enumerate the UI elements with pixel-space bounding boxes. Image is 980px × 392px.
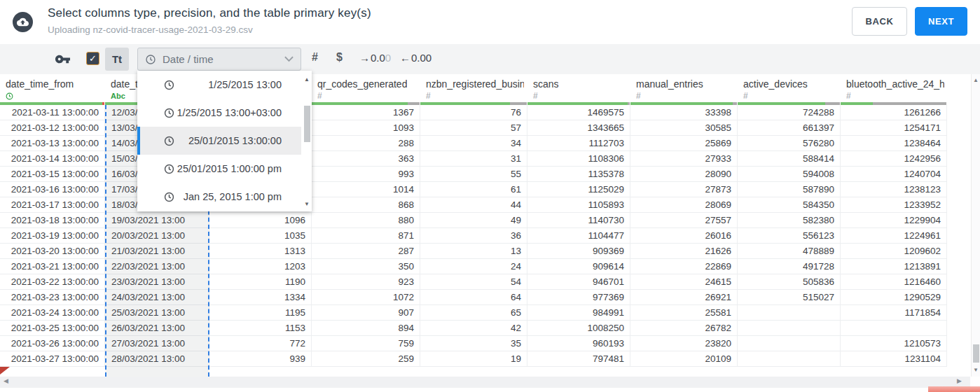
key-icon xyxy=(55,51,71,67)
cell: 26782 xyxy=(630,321,738,335)
cell: 2021-03-18 13:00:00 xyxy=(0,213,105,227)
cell: 2021-03-26 13:00:00 xyxy=(0,336,105,351)
dropdown-option-label: 1/25/2015 13:00 xyxy=(208,79,282,90)
cell: 27/03/2021 13:00 xyxy=(105,336,209,351)
dropdown-scroll-down-icon[interactable]: ▼ xyxy=(304,201,310,207)
cell: 1231104 xyxy=(841,351,947,366)
column-name: nzbn_registered_busine xyxy=(426,78,524,90)
cell: 1108306 xyxy=(527,151,630,166)
cell: 76 xyxy=(420,105,527,120)
text-type-button[interactable]: Tt xyxy=(105,48,129,71)
cell: 27873 xyxy=(630,182,738,197)
cell: 30585 xyxy=(630,120,738,135)
cell: 2021-03-20 13:00:00 xyxy=(0,244,105,258)
hash-type-icon: # xyxy=(743,91,748,101)
cell: 2021-03-15 13:00:00 xyxy=(0,167,105,181)
column-header-manual_entries[interactable]: manual_entries# xyxy=(630,74,738,102)
dropdown-scroll-up-icon[interactable]: ▲ xyxy=(304,76,310,83)
datetime-format-dropdown-panel: 1/25/2015 13:001/25/2015 13:00+03:0025/0… xyxy=(137,71,312,211)
column-name: qr_codes_generated xyxy=(317,78,407,90)
header-bar: Select columns type, precision, and the … xyxy=(0,0,980,44)
hash-type-icon: # xyxy=(636,91,641,101)
cell: 584350 xyxy=(738,197,841,212)
cell: 57 xyxy=(420,120,527,135)
abc-type-icon: Abc xyxy=(111,92,125,100)
dropdown-option[interactable]: 1/25/2015 13:00 xyxy=(137,71,301,99)
cell: 977369 xyxy=(527,290,630,304)
cell: 20109 xyxy=(630,351,738,366)
cell: 34 xyxy=(420,136,527,150)
vertical-scrollbar-thumb[interactable] xyxy=(973,344,979,363)
table-row: 2021-03-22 13:00:0023/03/2021 13:0011909… xyxy=(0,274,947,290)
cell: 2021-03-14 13:00:00 xyxy=(0,151,105,166)
cell: 582380 xyxy=(738,213,841,227)
cell: 1367 xyxy=(312,105,420,120)
remove-decimal-button[interactable]: ←0.00 xyxy=(400,52,432,64)
clock-icon xyxy=(145,54,156,65)
column-header-nzbn_registered_busine[interactable]: nzbn_registered_busine# xyxy=(420,74,527,102)
cell: 26921 xyxy=(630,290,738,304)
horizontal-scrollbar[interactable]: ◀ ▶ xyxy=(0,377,970,388)
cell: 287 xyxy=(312,244,420,258)
cell: 350 xyxy=(312,259,420,274)
add-decimal-button[interactable]: →0.00 xyxy=(359,52,391,64)
cell: 65 xyxy=(420,305,527,320)
cell: 1313 xyxy=(209,244,312,258)
primary-key-button[interactable] xyxy=(55,51,71,70)
boolean-type-checkbox[interactable]: ✓ xyxy=(86,52,99,65)
datetime-type-dropdown[interactable]: Date / time xyxy=(137,48,301,71)
scroll-right-arrow-icon[interactable]: ▶ xyxy=(957,377,962,384)
next-button[interactable]: NEXT xyxy=(915,7,967,36)
clock-icon xyxy=(164,80,174,90)
scroll-left-arrow-icon[interactable]: ◀ xyxy=(4,377,8,384)
dropdown-option-label: Jan 25, 2015 1:00 pm xyxy=(184,191,282,202)
cell: 49 xyxy=(420,213,527,227)
dropdown-option[interactable]: Jan 25, 2015 1:00 pm xyxy=(137,183,301,211)
cell: 26/03/2021 13:00 xyxy=(105,321,209,335)
hash-type-icon: # xyxy=(426,91,431,101)
cell: 1171854 xyxy=(841,305,947,320)
column-header-date_time_from[interactable]: date_time_from xyxy=(0,74,105,102)
dropdown-option[interactable]: 25/01/2015 13:00:00 xyxy=(137,127,301,155)
hash-type-icon: # xyxy=(317,91,322,101)
cell: 1254171 xyxy=(841,120,947,135)
column-header-bluetooth_active_24_hr_[interactable]: bluetooth_active_24_hr_# xyxy=(841,74,947,102)
dropdown-option[interactable]: 1/25/2015 13:00+03:00 xyxy=(137,99,301,127)
table-row: 2021-03-27 13:00:0028/03/2021 13:0093925… xyxy=(0,351,947,367)
table-row: 2021-03-19 13:00:0020/03/2021 13:0010358… xyxy=(0,228,947,244)
column-header-qr_codes_generated[interactable]: qr_codes_generated# xyxy=(312,74,420,102)
dropdown-option[interactable]: 25/01/2015 1:00:00 pm xyxy=(137,155,301,183)
dropdown-scrollbar-thumb[interactable] xyxy=(304,106,310,142)
cell: 21626 xyxy=(630,244,738,258)
cell: 1014 xyxy=(312,182,420,197)
scroll-down-arrow-icon[interactable]: ▼ xyxy=(972,367,980,373)
integer-type-button[interactable]: # xyxy=(312,51,318,64)
column-header-scans[interactable]: scans# xyxy=(527,74,630,102)
horizontal-scrollbar-red-thumb[interactable] xyxy=(928,386,980,392)
cell: 1213891 xyxy=(841,259,947,274)
clock-icon xyxy=(164,108,174,118)
cell: 797481 xyxy=(527,351,630,366)
arrow-left-icon: ← xyxy=(400,52,410,64)
cell: 36 xyxy=(420,228,527,243)
vertical-scrollbar[interactable]: ▲ ▼ xyxy=(971,74,980,377)
cell: 33398 xyxy=(630,105,738,120)
column-name: bluetooth_active_24_hr_ xyxy=(846,78,944,90)
cell: 1153 xyxy=(209,321,312,335)
cell: 1242956 xyxy=(841,151,947,166)
cell: 1072 xyxy=(312,290,420,304)
cell: 61 xyxy=(420,182,527,197)
scroll-up-arrow-icon[interactable]: ▲ xyxy=(972,77,980,83)
column-header-active_devices[interactable]: active_devices# xyxy=(738,74,841,102)
cell: 288 xyxy=(312,136,420,150)
column-name: active_devices xyxy=(743,78,808,90)
cell: 907 xyxy=(312,305,420,320)
cell: 993 xyxy=(312,167,420,181)
cell: 1190 xyxy=(209,274,312,289)
cell: 13 xyxy=(420,244,527,258)
dropdown-option-label: 1/25/2015 13:00+03:00 xyxy=(177,107,282,118)
cell: 23/03/2021 13:00 xyxy=(105,274,209,289)
back-button[interactable]: BACK xyxy=(852,7,907,36)
currency-type-button[interactable]: $ xyxy=(336,51,343,64)
cell: 28069 xyxy=(630,197,738,212)
